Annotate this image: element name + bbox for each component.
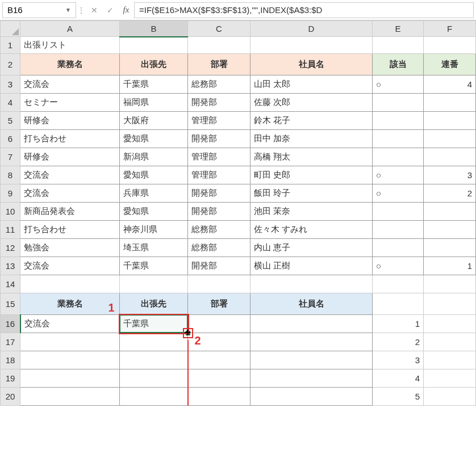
cell-F10[interactable] [424, 203, 476, 221]
cell-D12[interactable]: 内山 恵子 [250, 239, 373, 257]
cell-B13[interactable]: 千葉県 [120, 257, 188, 275]
cell-E3[interactable]: ○ [373, 75, 424, 94]
row-header-8[interactable]: 8 [1, 166, 20, 184]
header2-D[interactable]: 社員名 [250, 293, 373, 315]
cell-D7[interactable]: 高橋 翔太 [250, 148, 373, 166]
fx-icon[interactable]: fx [118, 2, 134, 18]
cell-B10[interactable]: 愛知県 [120, 203, 188, 221]
header-E[interactable]: 該当 [373, 54, 424, 75]
cell-C13[interactable]: 開発部 [188, 257, 250, 275]
col-header-D[interactable]: D [250, 21, 373, 37]
cell-C14[interactable] [188, 275, 250, 293]
cell-E20[interactable]: 5 [373, 388, 424, 406]
cell-F14[interactable] [424, 275, 476, 293]
cell-A14[interactable] [20, 275, 120, 293]
cell-C1[interactable] [188, 37, 250, 54]
cell-D19[interactable] [250, 369, 373, 388]
cell-B20[interactable] [120, 388, 188, 406]
cell-B11[interactable]: 神奈川県 [120, 221, 188, 239]
cell-C19[interactable] [188, 369, 250, 388]
cell-F19[interactable] [424, 369, 476, 388]
cell-C20[interactable] [188, 388, 250, 406]
header2-C[interactable]: 部署 [188, 293, 250, 315]
cell-B8[interactable]: 愛知県 [120, 166, 188, 184]
cell-E16[interactable]: 1 [373, 315, 424, 333]
cell-E5[interactable] [373, 112, 424, 130]
col-header-E[interactable]: E [373, 21, 424, 37]
cell-A11[interactable]: 打ち合わせ [20, 221, 120, 239]
cell-A13[interactable]: 交流会 [20, 257, 120, 275]
cell-D13[interactable]: 横山 正樹 [250, 257, 373, 275]
cell-C4[interactable]: 開発部 [188, 94, 250, 112]
cell-E4[interactable] [373, 94, 424, 112]
cell-E19[interactable]: 4 [373, 369, 424, 388]
cell-B14[interactable] [120, 275, 188, 293]
name-box[interactable]: B16 ▼ [2, 2, 76, 18]
cell-A9[interactable]: 交流会 [20, 184, 120, 203]
cell-F13[interactable]: 1 [424, 257, 476, 275]
cell-F18[interactable] [424, 351, 476, 369]
spreadsheet-table[interactable]: A B C D E F 1出張リスト2業務名出張先部署社員名該当連番3交流会千葉… [0, 20, 476, 406]
name-box-dropdown-icon[interactable]: ▼ [65, 7, 71, 13]
col-header-F[interactable]: F [424, 21, 476, 37]
cell-C17[interactable] [188, 333, 250, 351]
cell-F4[interactable] [424, 94, 476, 112]
row-header-19[interactable]: 19 [1, 369, 20, 388]
formula-input[interactable]: =IF($E16>MAX($F$3:$F$13),"",INDEX($A$3:$… [134, 2, 474, 18]
cell-D11[interactable]: 佐々木 すみれ [250, 221, 373, 239]
row-header-3[interactable]: 3 [1, 75, 20, 94]
cell-C18[interactable] [188, 351, 250, 369]
cell-A10[interactable]: 新商品発表会 [20, 203, 120, 221]
cell-C9[interactable]: 開発部 [188, 184, 250, 203]
cell-E9[interactable]: ○ [373, 184, 424, 203]
row-header-7[interactable]: 7 [1, 148, 20, 166]
cell-E15[interactable] [373, 293, 424, 315]
col-header-B[interactable]: B [120, 21, 188, 37]
row-header-14[interactable]: 14 [1, 275, 20, 293]
cell-A19[interactable] [20, 369, 120, 388]
cell-E7[interactable] [373, 148, 424, 166]
cell-C16[interactable] [188, 315, 250, 333]
cell-F5[interactable] [424, 112, 476, 130]
row-header-13[interactable]: 13 [1, 257, 20, 275]
cell-F3[interactable]: 4 [424, 75, 476, 94]
cell-F6[interactable] [424, 130, 476, 148]
cell-F1[interactable] [424, 37, 476, 54]
cell-B4[interactable]: 福岡県 [120, 94, 188, 112]
cell-F17[interactable] [424, 333, 476, 351]
col-header-A[interactable]: A [20, 21, 120, 37]
header-F[interactable]: 連番 [424, 54, 476, 75]
fill-handle[interactable] [186, 331, 190, 335]
cell-A5[interactable]: 研修会 [20, 112, 120, 130]
cell-D6[interactable]: 田中 加奈 [250, 130, 373, 148]
cell-B17[interactable] [120, 333, 188, 351]
cell-B16[interactable]: 千葉県 [120, 315, 188, 333]
cell-A8[interactable]: 交流会 [20, 166, 120, 184]
cell-A16[interactable]: 交流会 [20, 315, 120, 333]
cell-B3[interactable]: 千葉県 [120, 75, 188, 94]
cell-D20[interactable] [250, 388, 373, 406]
cell-D16[interactable] [250, 315, 373, 333]
cell-E14[interactable] [373, 275, 424, 293]
cell-E10[interactable] [373, 203, 424, 221]
header-B[interactable]: 出張先 [120, 54, 188, 75]
cell-C12[interactable]: 総務部 [188, 239, 250, 257]
cell-E12[interactable] [373, 239, 424, 257]
row-header-16[interactable]: 16 [1, 315, 20, 333]
cell-D5[interactable]: 鈴木 花子 [250, 112, 373, 130]
row-header-4[interactable]: 4 [1, 94, 20, 112]
select-all-corner[interactable] [1, 21, 20, 37]
row-header-1[interactable]: 1 [1, 37, 20, 54]
cell-A18[interactable] [20, 351, 120, 369]
cell-B6[interactable]: 愛知県 [120, 130, 188, 148]
cell-F16[interactable] [424, 315, 476, 333]
cell-C10[interactable]: 開発部 [188, 203, 250, 221]
cell-E17[interactable]: 2 [373, 333, 424, 351]
cell-E8[interactable]: ○ [373, 166, 424, 184]
header-A[interactable]: 業務名 [20, 54, 120, 75]
row-header-15[interactable]: 15 [1, 293, 20, 315]
cell-A4[interactable]: セミナー [20, 94, 120, 112]
cancel-icon[interactable]: ✕ [86, 2, 102, 18]
header2-A[interactable]: 業務名 [20, 293, 120, 315]
row-header-10[interactable]: 10 [1, 203, 20, 221]
